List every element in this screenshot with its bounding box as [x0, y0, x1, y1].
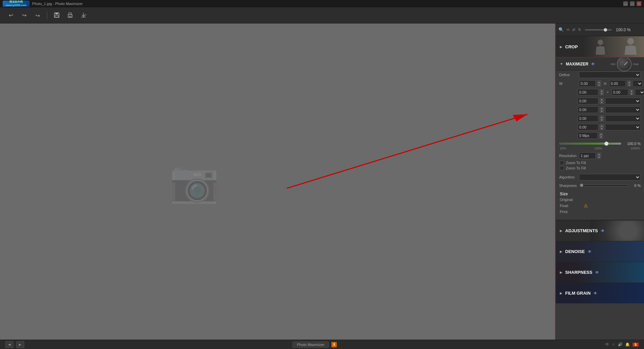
maximizer-section: ▼ MAXIMIZER 👁 min max Define [556, 58, 644, 220]
h-unit-select[interactable] [633, 80, 643, 87]
adjustments-section[interactable]: ▶ ADJUSTMENTS 👁 [556, 220, 644, 241]
maximizer-knob[interactable] [617, 57, 632, 71]
app-logo: 网东软件网www.yd359.com [3, 1, 30, 7]
zoom-to-fill-checkbox2[interactable] [560, 166, 564, 170]
w-spin[interactable]: ▲ ▼ [597, 81, 601, 87]
maximizer-header[interactable]: ▼ MAXIMIZER 👁 min max [556, 58, 644, 70]
search-icon[interactable]: 🔍 [558, 27, 564, 32]
minimize-button[interactable]: — [623, 1, 628, 6]
zoom-arrows-icon[interactable]: ⇄ [572, 28, 575, 32]
h-spin[interactable]: ▲ ▼ [627, 81, 631, 87]
sharpness-eye[interactable]: 👁 [595, 270, 599, 275]
denoise-section[interactable]: ▶ DENOISE 👁 [556, 241, 644, 262]
val4-input[interactable] [578, 106, 598, 113]
crop-header[interactable]: ▶ CROP [556, 36, 644, 57]
app-label-button[interactable]: Photo Maximizer [292, 342, 329, 348]
prev-button[interactable]: ◀ [5, 341, 13, 348]
print-label: Print: [560, 210, 578, 214]
zoom-to-fill-row2: Zoom To Fill [556, 165, 644, 171]
val-row6: ▲ ▼ [556, 123, 644, 132]
adjustments-eye[interactable]: 👁 [601, 229, 605, 233]
val4-spin[interactable]: ▲ ▼ [600, 107, 604, 113]
val6-spin[interactable]: ▲ ▼ [600, 124, 604, 130]
sharpness-section[interactable]: ▶ SHARPNESS 👁 [556, 262, 644, 283]
val4-unit[interactable] [605, 106, 641, 113]
dim2-input1[interactable] [578, 89, 598, 96]
zoom-scale-value: 100.0 % [624, 142, 641, 146]
zoom-scale-slider[interactable] [559, 141, 621, 146]
val3-unit[interactable] [605, 98, 641, 104]
svg-point-9 [598, 40, 603, 45]
annotation-arrow [0, 23, 555, 340]
define-label: Define [559, 73, 578, 77]
define-select[interactable] [579, 71, 641, 78]
maximizer-arrow-icon: ▼ [560, 62, 563, 66]
zoom-to-fill-label2: Zoom To Fill [566, 166, 586, 170]
h-spin-down[interactable]: ▼ [627, 84, 631, 87]
undo-button[interactable]: ↩ [5, 10, 16, 21]
panel-scroll-area[interactable]: ▶ CROP ▼ [556, 36, 644, 340]
zoom-pan-icon[interactable]: ⇅ [578, 28, 581, 32]
val5-spin[interactable]: ▲ ▼ [600, 115, 604, 121]
back-button[interactable]: ↪ [19, 10, 30, 21]
val3-input[interactable] [578, 98, 598, 104]
zoom-fit-icon[interactable]: ⇔ [567, 28, 570, 32]
dim2-spin2[interactable]: ▲ ▼ [630, 89, 634, 95]
zoom-to-fill-row1: Zoom To Fill [556, 160, 644, 165]
dim2-input2[interactable] [611, 89, 628, 96]
taskbar-badge: 5 [633, 343, 639, 347]
maximizer-eye-icon[interactable]: 👁 [591, 62, 595, 66]
val3-spin[interactable]: ▲ ▼ [600, 98, 604, 104]
knob-indicator [624, 61, 628, 65]
crop-title: CROP [565, 44, 578, 49]
zoom-1000-label: 1000% [631, 147, 640, 150]
resolution-spin[interactable]: ▲ ▼ [597, 153, 601, 159]
w-input[interactable] [579, 80, 596, 87]
filmgrain-title: FILM GRAIN [565, 291, 591, 296]
algorithm-select[interactable] [579, 174, 641, 181]
print-button[interactable] [65, 10, 75, 21]
h-spin-up[interactable]: ▲ [627, 81, 631, 84]
zoom-to-fill-checkbox1[interactable] [560, 161, 564, 165]
resolution-input[interactable] [579, 152, 596, 159]
statusbar-right: 中 ☆ 🔊 🔔 5 [605, 342, 639, 347]
taskbar-icon-1[interactable]: ⬆ [331, 342, 337, 347]
algorithm-row: Algorithm [556, 173, 644, 182]
filmgrain-section[interactable]: ▶ FILM GRAIN 👁 [556, 283, 644, 303]
dim2-unit[interactable] [635, 89, 644, 96]
val5-unit[interactable] [605, 115, 641, 122]
dim2-spin1[interactable]: ▲ ▼ [600, 89, 604, 95]
filmgrain-eye[interactable]: 👁 [593, 291, 597, 296]
zoom-to-fill-label1: Zoom To Fill [566, 161, 586, 165]
statusbar-center: Photo Maximizer ⬆ [30, 342, 600, 348]
zoom-10-label: 10% [560, 147, 566, 150]
w-spin-down[interactable]: ▼ [597, 84, 601, 87]
maximize-button[interactable]: □ [630, 1, 635, 6]
denoise-eye[interactable]: 👁 [588, 249, 592, 254]
export-button[interactable] [78, 10, 89, 21]
save-button[interactable] [51, 10, 62, 21]
h-input[interactable] [609, 80, 626, 87]
denoise-arrow: ▶ [560, 250, 562, 253]
mpx-input[interactable] [578, 132, 598, 139]
forward-button[interactable]: ↩ [32, 10, 43, 21]
canvas-area[interactable]: 📷 [0, 23, 555, 340]
close-button[interactable]: × [637, 1, 641, 6]
val6-unit[interactable] [605, 124, 641, 131]
next-button[interactable]: ▶ [16, 341, 24, 348]
denoise-bg [577, 241, 644, 262]
w-spin-up[interactable]: ▲ [597, 81, 601, 84]
system-icon-speaker: 🔊 [618, 342, 623, 347]
val6-input[interactable] [578, 124, 598, 131]
val-row4: ▲ ▼ [556, 105, 644, 114]
sharpness-slider[interactable] [579, 183, 629, 188]
val5-input[interactable] [578, 115, 598, 122]
right-panel: 🔍 ⇔ ⇄ ⇅ 100.0 % ▶ CROP [555, 23, 644, 340]
statusbar: ◀ ▶ Photo Maximizer ⬆ 中 ☆ 🔊 🔔 5 [0, 340, 644, 349]
system-icon-star: ☆ [612, 342, 615, 347]
final-row: Final: ⚠ [556, 202, 644, 209]
zoom-slider[interactable] [585, 29, 612, 31]
window-title: Photo_1.jpg - Photo Maximizer [32, 2, 83, 6]
panel-topbar: 🔍 ⇔ ⇄ ⇅ 100.0 % [556, 23, 644, 36]
mpx-spin[interactable]: ▲ ▼ [599, 133, 603, 139]
